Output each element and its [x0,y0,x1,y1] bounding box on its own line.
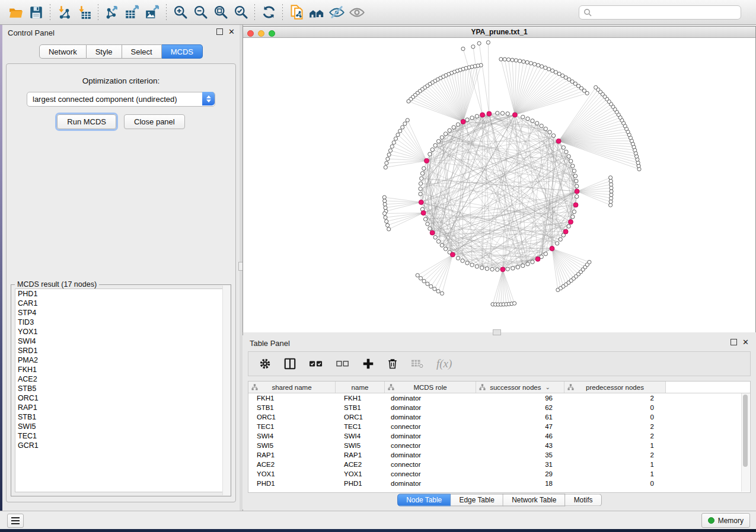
mcds-result-item[interactable]: STB5 [15,384,227,393]
import-network-icon[interactable] [54,3,74,22]
close-panel-icon[interactable]: ✕ [742,339,749,345]
mcds-list-scrollbar[interactable] [222,286,230,495]
table-row[interactable]: RAP1 RAP1 dominator 35 2 [248,450,750,460]
mcds-result-item[interactable]: RAP1 [15,403,227,412]
save-icon[interactable] [26,3,46,22]
column-header-shared-name[interactable]: shared name [248,382,336,393]
float-panel-icon[interactable] [731,339,737,345]
toolbar-separator [50,4,50,21]
mcds-result-item[interactable]: TID3 [15,318,227,327]
column-type-icon [567,384,574,390]
run-mcds-button[interactable]: Run MCDS [57,114,116,129]
column-type-icon [479,384,486,390]
zoom-out-icon[interactable] [190,3,210,22]
close-panel-icon[interactable]: ✕ [228,29,235,34]
first-neighbors-icon[interactable] [307,3,327,22]
tab-network-table[interactable]: Network Table [503,494,565,507]
mcds-result-item[interactable]: STP4 [15,308,227,318]
zoom-fit-icon[interactable] [210,3,231,22]
toolbar-separator [254,4,255,21]
table-row[interactable]: FKH1 FKH1 dominator 96 2 [248,393,750,403]
select-all-icon[interactable] [308,357,324,370]
network-window-titlebar[interactable]: YPA_prune.txt_1 [243,27,755,38]
export-table-icon[interactable] [122,3,142,22]
network-graph[interactable] [243,38,755,332]
float-panel-icon[interactable] [216,28,223,35]
mcds-result-item[interactable]: FKH1 [15,365,227,374]
add-column-icon[interactable] [362,357,375,370]
mcds-result-item[interactable]: GCR1 [15,441,227,450]
minimize-window-icon[interactable] [258,30,264,37]
table-row[interactable]: TEC1 TEC1 connector 47 2 [248,422,750,431]
table-scrollbar-thumb[interactable] [743,395,748,467]
table-row[interactable]: YOX1 YOX1 connector 29 1 [248,469,750,479]
export-image-icon[interactable] [142,3,162,22]
open-file-icon[interactable] [6,3,26,22]
tab-edge-table[interactable]: Edge Table [451,494,503,507]
mcds-result-item[interactable]: SWI4 [15,336,227,346]
search-input[interactable] [592,8,725,17]
tab-mcds[interactable]: MCDS [162,44,203,59]
mcds-result-group: MCDS result (17 nodes) PHD1CAR1STP4TID3Y… [11,284,231,496]
clear-table-icon[interactable] [410,358,425,370]
table-row[interactable]: SWI4 SWI4 dominator 46 2 [248,431,750,441]
table-row[interactable]: ORC1 ORC1 dominator 61 0 [248,412,750,422]
table-row[interactable]: PHD1 PHD1 dominator 18 0 [248,479,750,488]
mcds-result-item[interactable]: YOX1 [15,327,227,336]
tab-motifs[interactable]: Motifs [565,494,601,507]
clone-network-icon[interactable] [286,3,307,22]
column-header-predecessor-nodes[interactable]: predecessor nodes [564,382,666,393]
memory-status-icon [708,517,714,524]
mcds-result-item[interactable]: PMA2 [15,355,227,365]
function-builder-icon[interactable]: f(x) [436,357,452,370]
mcds-result-item[interactable]: TEC1 [15,431,227,441]
show-columns-icon[interactable] [283,357,296,370]
maximize-window-icon[interactable] [269,30,275,37]
table-header-row: shared name name MCDS role successor nod… [248,382,750,393]
zoom-in-icon[interactable] [170,3,190,22]
tab-network[interactable]: Network [39,44,87,59]
deselect-all-icon[interactable] [336,358,350,370]
show-all-icon[interactable] [347,3,367,22]
column-header-mcds-role[interactable]: MCDS role [385,382,476,393]
import-table-icon[interactable] [74,3,94,22]
mcds-result-item[interactable]: ORC1 [15,393,227,403]
column-header-successor-nodes[interactable]: successor nodes ⌄ [476,382,564,393]
show-panels-button[interactable] [7,514,24,528]
table-settings-icon[interactable] [259,357,272,370]
cytoscape-window: Control Panel ✕ Network Style Select MCD… [0,0,756,528]
toolbar-separator [166,4,167,21]
table-row[interactable]: SWI5 SWI5 connector 43 1 [248,441,750,450]
zoom-selected-icon[interactable] [231,3,251,22]
close-window-icon[interactable] [247,30,254,37]
tab-select[interactable]: Select [122,44,162,59]
mcds-result-item[interactable]: SRD1 [15,346,227,355]
search-field[interactable] [579,5,741,20]
table-row[interactable]: ACE2 ACE2 connector 31 1 [248,460,750,469]
mcds-result-title: MCDS result (17 nodes) [15,280,99,289]
toolbar-separator [282,4,283,21]
optimization-criterion-dropdown[interactable]: largest connected component (undirected) [27,92,215,107]
close-panel-button[interactable]: Close panel [124,114,185,129]
delete-columns-icon[interactable] [387,357,398,370]
hide-selected-icon[interactable] [327,3,347,22]
column-type-icon [251,384,258,390]
mcds-result-item[interactable]: ACE2 [15,374,227,384]
mcds-result-item[interactable]: STB1 [15,412,227,422]
horizontal-splitter-handle[interactable] [493,329,501,335]
table-scrollbar[interactable] [741,393,749,492]
tab-style[interactable]: Style [87,44,122,59]
export-network-icon[interactable] [102,3,122,22]
table-row[interactable]: STB1 STB1 dominator 62 0 [248,403,750,412]
memory-button[interactable]: Memory [701,513,750,528]
mcds-result-item[interactable]: CAR1 [15,299,227,308]
control-panel-tabs: Network Style Select MCDS [2,44,240,59]
node-table: shared name name MCDS role successor nod… [248,381,751,493]
mcds-result-list[interactable]: PHD1CAR1STP4TID3YOX1SWI4SRD1PMA2FKH1ACE2… [15,289,227,492]
refresh-icon[interactable] [259,3,279,22]
column-header-name[interactable]: name [336,382,385,393]
mcds-result-item[interactable]: SWI5 [15,422,227,431]
network-canvas[interactable] [243,38,755,332]
mcds-result-item[interactable]: PHD1 [15,289,227,299]
tab-node-table[interactable]: Node Table [397,494,451,507]
